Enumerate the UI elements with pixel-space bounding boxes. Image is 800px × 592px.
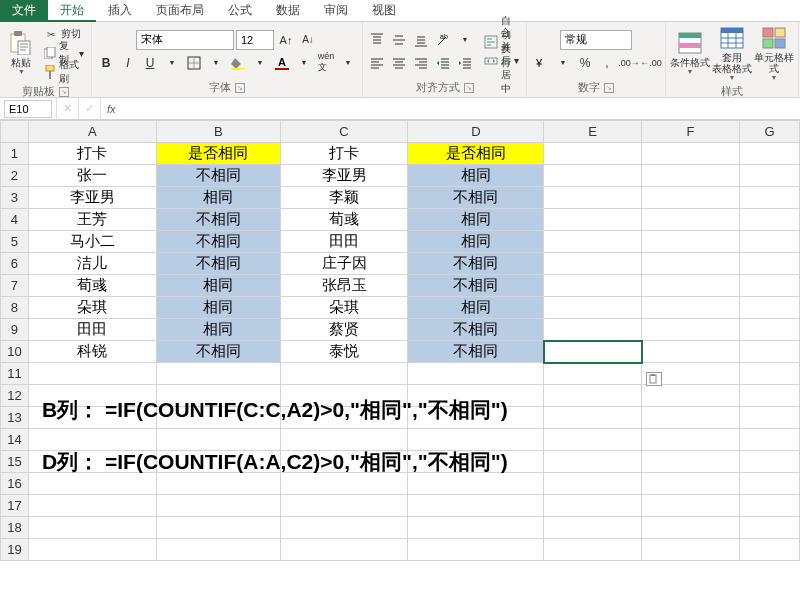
- cancel-icon[interactable]: ✕: [56, 98, 78, 119]
- row-header[interactable]: 6: [1, 253, 29, 275]
- cell[interactable]: [642, 517, 740, 539]
- font-color-button[interactable]: A: [272, 53, 292, 73]
- column-header[interactable]: D: [408, 121, 544, 143]
- select-all-corner[interactable]: [1, 121, 29, 143]
- cell[interactable]: [642, 451, 740, 473]
- cell[interactable]: 是否相同: [408, 143, 544, 165]
- cell[interactable]: [544, 143, 642, 165]
- cell[interactable]: [280, 363, 408, 385]
- column-header[interactable]: G: [739, 121, 799, 143]
- cell[interactable]: [739, 297, 799, 319]
- tab-3[interactable]: 公式: [216, 0, 264, 20]
- tab-2[interactable]: 页面布局: [144, 0, 216, 20]
- column-header[interactable]: A: [28, 121, 156, 143]
- cell[interactable]: 科锐: [28, 341, 156, 363]
- cell[interactable]: [544, 297, 642, 319]
- enter-icon[interactable]: ✓: [78, 98, 100, 119]
- cell[interactable]: 是否相同: [156, 143, 280, 165]
- column-header[interactable]: F: [642, 121, 740, 143]
- row-header[interactable]: 5: [1, 231, 29, 253]
- cell[interactable]: [544, 363, 642, 385]
- cell[interactable]: [156, 539, 280, 561]
- row-header[interactable]: 1: [1, 143, 29, 165]
- fill-color-button[interactable]: [228, 53, 248, 73]
- cell[interactable]: [544, 275, 642, 297]
- cell[interactable]: 朵琪: [28, 297, 156, 319]
- cell[interactable]: [28, 495, 156, 517]
- cell[interactable]: [739, 517, 799, 539]
- phonetic-button[interactable]: wén文: [316, 53, 336, 73]
- increase-decimal-icon[interactable]: .00→: [619, 53, 639, 73]
- cell[interactable]: 不相同: [408, 253, 544, 275]
- dialog-launcher-icon[interactable]: ↘: [604, 83, 614, 93]
- row-header[interactable]: 10: [1, 341, 29, 363]
- cell[interactable]: [642, 231, 740, 253]
- font-name-input[interactable]: [136, 30, 234, 50]
- cell[interactable]: [156, 363, 280, 385]
- chevron-down-icon[interactable]: ▼: [206, 53, 226, 73]
- dialog-launcher-icon[interactable]: ↘: [235, 83, 245, 93]
- cell[interactable]: [642, 253, 740, 275]
- cell[interactable]: 不相同: [408, 187, 544, 209]
- cell[interactable]: 不相同: [408, 341, 544, 363]
- cell[interactable]: 不相同: [408, 275, 544, 297]
- row-header[interactable]: 16: [1, 473, 29, 495]
- border-button[interactable]: [184, 53, 204, 73]
- cell[interactable]: [544, 187, 642, 209]
- cell[interactable]: 不相同: [156, 341, 280, 363]
- cell[interactable]: [739, 275, 799, 297]
- bold-button[interactable]: B: [96, 53, 116, 73]
- table-format-button[interactable]: 套用 表格格式▼: [712, 24, 752, 82]
- number-format-input[interactable]: [560, 30, 632, 50]
- cell[interactable]: [642, 143, 740, 165]
- cell[interactable]: [642, 385, 740, 407]
- cell[interactable]: [642, 539, 740, 561]
- cell[interactable]: [642, 275, 740, 297]
- cell[interactable]: 李亚男: [280, 165, 408, 187]
- align-left-icon[interactable]: [367, 53, 387, 73]
- cell[interactable]: [280, 495, 408, 517]
- cell[interactable]: [544, 209, 642, 231]
- cell[interactable]: [28, 517, 156, 539]
- chevron-down-icon[interactable]: ▼: [553, 53, 573, 73]
- cell[interactable]: 不相同: [156, 253, 280, 275]
- cell[interactable]: 王芳: [28, 209, 156, 231]
- cell[interactable]: [408, 363, 544, 385]
- cell[interactable]: 泰悦: [280, 341, 408, 363]
- cell[interactable]: 李颖: [280, 187, 408, 209]
- increase-font-icon[interactable]: A↑: [276, 30, 296, 50]
- chevron-down-icon[interactable]: ▼: [162, 53, 182, 73]
- align-top-icon[interactable]: [367, 30, 387, 50]
- cell[interactable]: [739, 187, 799, 209]
- cell[interactable]: 打卡: [28, 143, 156, 165]
- orientation-icon[interactable]: ab: [433, 30, 453, 50]
- merge-center-button[interactable]: 合并后居中▾: [481, 52, 522, 70]
- cell[interactable]: [739, 473, 799, 495]
- tab-1[interactable]: 插入: [96, 0, 144, 20]
- cell[interactable]: [156, 517, 280, 539]
- cell[interactable]: 不相同: [156, 231, 280, 253]
- cell[interactable]: 相同: [408, 165, 544, 187]
- cell[interactable]: [156, 495, 280, 517]
- cell[interactable]: [642, 209, 740, 231]
- cell[interactable]: [739, 451, 799, 473]
- cell[interactable]: [408, 539, 544, 561]
- cell[interactable]: [28, 363, 156, 385]
- tab-0[interactable]: 开始: [48, 0, 96, 22]
- cell[interactable]: 朵琪: [280, 297, 408, 319]
- fx-icon[interactable]: fx: [100, 98, 122, 119]
- align-bottom-icon[interactable]: [411, 30, 431, 50]
- currency-icon[interactable]: ¥: [531, 53, 551, 73]
- row-header[interactable]: 19: [1, 539, 29, 561]
- cell[interactable]: [544, 495, 642, 517]
- italic-button[interactable]: I: [118, 53, 138, 73]
- cell[interactable]: 不相同: [156, 209, 280, 231]
- decrease-decimal-icon[interactable]: ←.00: [641, 53, 661, 73]
- cell[interactable]: 相同: [156, 275, 280, 297]
- cell[interactable]: [544, 231, 642, 253]
- cell[interactable]: [408, 517, 544, 539]
- cell[interactable]: [642, 319, 740, 341]
- cell[interactable]: 马小二: [28, 231, 156, 253]
- cell[interactable]: 不相同: [408, 319, 544, 341]
- cell[interactable]: 相同: [408, 297, 544, 319]
